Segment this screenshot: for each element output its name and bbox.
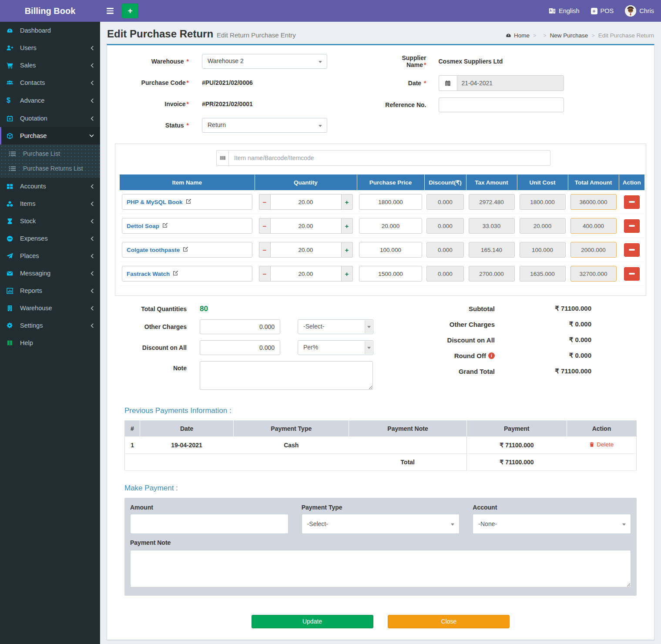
sidebar-item-places[interactable]: Places bbox=[0, 247, 100, 265]
remove-item-button[interactable] bbox=[624, 267, 640, 281]
edit-icon[interactable] bbox=[162, 222, 168, 229]
status-select[interactable]: Return bbox=[202, 118, 327, 133]
sidebar-item-reports[interactable]: Reports bbox=[0, 282, 100, 299]
round-off-label: Round Offi bbox=[454, 352, 495, 359]
sidebar-item-help[interactable]: Help bbox=[0, 334, 100, 352]
quantity-decrease-button[interactable]: − bbox=[259, 242, 270, 258]
sidebar-item-messaging[interactable]: Messaging bbox=[0, 265, 100, 282]
purchase-price-input[interactable] bbox=[359, 266, 422, 282]
delete-payment-button[interactable]: Delete bbox=[589, 441, 614, 448]
breadcrumb-new-purchase[interactable]: New Purchase bbox=[550, 32, 588, 39]
edit-icon[interactable] bbox=[186, 198, 191, 205]
item-name-link[interactable]: PHP & MySQL Book bbox=[127, 199, 183, 205]
note-label: Note bbox=[124, 361, 200, 372]
sidebar-item-expenses[interactable]: Expenses bbox=[0, 230, 100, 247]
unit-cost-input bbox=[520, 242, 566, 258]
item-name-link[interactable]: Fastrack Watch bbox=[127, 271, 170, 277]
remove-item-button[interactable] bbox=[624, 195, 640, 209]
sidebar-toggle-button[interactable] bbox=[100, 0, 120, 22]
update-button[interactable]: Update bbox=[252, 615, 373, 628]
payment-row-number: 1 bbox=[125, 436, 140, 454]
discount-on-all-label: Discount on All bbox=[124, 344, 200, 351]
quantity-decrease-button[interactable]: − bbox=[259, 218, 270, 234]
note-textarea[interactable] bbox=[200, 361, 373, 390]
sidebar-item-sales[interactable]: Sales bbox=[0, 57, 100, 74]
sidebar-item-quotation[interactable]: Quotation bbox=[0, 110, 100, 127]
list-icon bbox=[9, 165, 20, 172]
reference-input[interactable] bbox=[439, 97, 564, 112]
status-selected-value: Return bbox=[208, 121, 226, 128]
other-charges-input[interactable] bbox=[200, 319, 280, 334]
sidebar-item-dashboard[interactable]: Dashboard bbox=[0, 22, 100, 39]
chevron-left-icon bbox=[91, 184, 94, 189]
sidebar-item-warehouse[interactable]: Warehouse bbox=[0, 299, 100, 317]
sidebar-item-contacts[interactable]: Contacts bbox=[0, 74, 100, 91]
discount-input bbox=[426, 194, 464, 210]
sidebar-item-stock[interactable]: Stock bbox=[0, 212, 100, 230]
discount-total-value: ₹ 0.000 bbox=[495, 336, 591, 344]
payment-type-select[interactable]: -Select- bbox=[302, 514, 460, 534]
bar-chart-icon bbox=[7, 288, 17, 294]
warehouse-select[interactable]: Warehouse 2 bbox=[202, 54, 327, 69]
language-label: English bbox=[559, 7, 580, 14]
quantity-input[interactable] bbox=[270, 218, 342, 234]
close-button[interactable]: Close bbox=[388, 615, 510, 628]
sidebar-item-accounts[interactable]: Accounts bbox=[0, 178, 100, 195]
quantity-increase-button[interactable]: + bbox=[342, 266, 353, 282]
remove-item-button[interactable] bbox=[624, 219, 640, 233]
purchase-price-input[interactable] bbox=[359, 242, 422, 258]
user-menu[interactable]: Chris bbox=[625, 5, 654, 17]
chevron-left-icon bbox=[91, 219, 94, 224]
calendar-icon bbox=[439, 75, 457, 91]
sidebar-item-purchase-list[interactable]: Purchase List bbox=[0, 146, 100, 161]
edit-icon[interactable] bbox=[173, 270, 178, 277]
quantity-increase-button[interactable]: + bbox=[342, 218, 353, 234]
quantity-decrease-button[interactable]: − bbox=[259, 266, 270, 282]
chevron-left-icon bbox=[91, 46, 94, 50]
item-name-link[interactable]: Colgate toothpaste bbox=[127, 247, 180, 253]
chevron-left-icon bbox=[91, 323, 94, 328]
sidebar-item-users[interactable]: Users bbox=[0, 39, 100, 57]
breadcrumb-home[interactable]: Home bbox=[514, 32, 530, 39]
total-amount-input bbox=[570, 218, 617, 234]
sidebar-item-purchase[interactable]: Purchase bbox=[0, 127, 100, 144]
amount-input[interactable] bbox=[130, 514, 289, 534]
other-charges-select[interactable]: -Select- bbox=[298, 319, 373, 334]
hourglass-icon bbox=[7, 218, 17, 225]
remove-item-button[interactable] bbox=[624, 243, 640, 257]
language-menu[interactable]: English bbox=[549, 7, 580, 14]
sidebar-item-items[interactable]: Items bbox=[0, 195, 100, 212]
item-name-link[interactable]: Dettol Soap bbox=[127, 223, 159, 229]
sidebar-item-advance[interactable]: $ Advance bbox=[0, 91, 100, 110]
quantity-input[interactable] bbox=[270, 242, 342, 258]
quantity-input[interactable] bbox=[270, 266, 342, 282]
app-logo[interactable]: Billing Book bbox=[0, 0, 100, 22]
quantity-increase-button[interactable]: + bbox=[342, 242, 353, 258]
quantity-decrease-button[interactable]: − bbox=[259, 194, 270, 210]
minus-circle-icon bbox=[7, 235, 17, 242]
purchase-code-label: Purchase Code* bbox=[115, 79, 202, 86]
chevron-down-icon bbox=[319, 61, 322, 63]
quick-add-button[interactable]: + bbox=[122, 3, 138, 18]
edit-icon[interactable] bbox=[183, 246, 188, 253]
sidebar-item-purchase-returns-list[interactable]: Purchase Returns List bbox=[0, 161, 100, 176]
sidebar-item-settings[interactable]: Settings bbox=[0, 317, 100, 334]
table-row: 1 19-04-2021 Cash ₹ 71100.000 Delete bbox=[125, 436, 637, 454]
tax-amount-input bbox=[469, 218, 515, 234]
purchase-price-input[interactable] bbox=[359, 194, 422, 210]
calendar-plus-icon bbox=[7, 115, 17, 122]
purchase-price-input[interactable] bbox=[359, 218, 422, 234]
item-search-input[interactable] bbox=[228, 150, 550, 166]
discount-on-all-input[interactable] bbox=[200, 340, 280, 355]
quantity-increase-button[interactable]: + bbox=[342, 194, 353, 210]
payment-note-textarea[interactable] bbox=[130, 550, 631, 587]
account-label: Account bbox=[473, 504, 631, 511]
supplier-value: Cosmex Suppliers Ltd bbox=[439, 58, 503, 65]
discount-type-select[interactable]: Per% bbox=[298, 340, 373, 355]
date-input[interactable] bbox=[457, 75, 564, 91]
pos-button[interactable]: + POS bbox=[591, 7, 614, 14]
discount-total-label: Discount on All bbox=[447, 336, 495, 344]
info-icon[interactable]: i bbox=[488, 352, 495, 359]
account-select[interactable]: -None- bbox=[473, 514, 631, 534]
quantity-input[interactable] bbox=[270, 194, 342, 210]
